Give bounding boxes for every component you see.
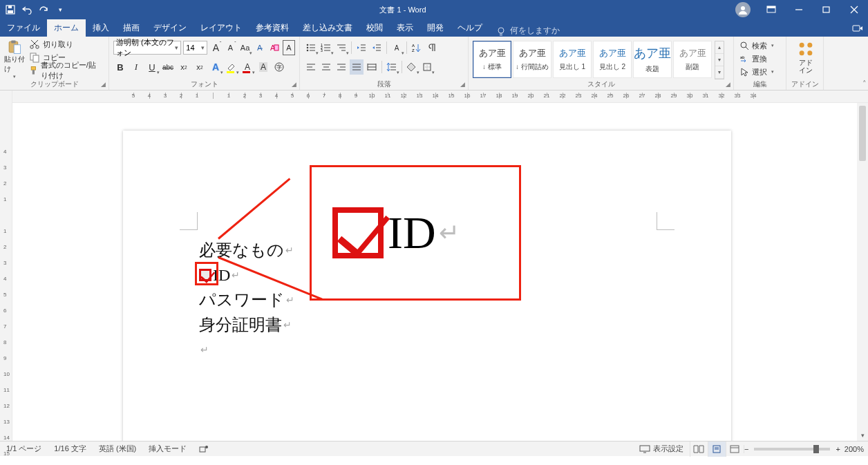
text-effects-button[interactable]: A▾ [209,59,223,75]
style-normal[interactable]: あア亜↓ 標準 [473,41,511,78]
document-content[interactable]: 必要なもの↵ ID↵ パスワード↵ 身分証明書↵ ↵ [199,238,294,362]
char-shading-button[interactable]: A [256,59,270,75]
enclose-char-button[interactable]: 字 [272,59,286,75]
tell-me-search[interactable]: 何をしますか [489,25,567,37]
underline-button[interactable]: U▾ [145,59,159,75]
minimize-button[interactable] [785,0,813,19]
style-heading1[interactable]: あア亜見出し 1 [553,41,592,78]
para-dialog-launcher[interactable]: ◢ [458,80,466,88]
line-4[interactable]: 身分証明書↵ [199,312,294,337]
redo-button[interactable] [36,2,51,17]
highlight-button[interactable]: ▾ [225,59,238,75]
char-border-button[interactable]: A [283,40,295,55]
zoom-percent[interactable]: 200% [840,445,868,453]
horizontal-ruler[interactable]: 5432112345678910111213141516171819202122… [12,91,868,103]
cut-button[interactable]: 切り取り [28,38,104,50]
tab-file[interactable]: ファイル [0,19,47,37]
justify-button[interactable] [350,59,364,75]
tab-draw[interactable]: 描画 [116,19,147,37]
tab-mailings[interactable]: 差し込み文書 [296,19,359,37]
replace-button[interactable]: ab置換 [738,53,782,65]
zoom-out-button[interactable]: − [744,445,748,453]
paste-button[interactable]: 貼り付け ▾ [4,38,25,79]
bullets-button[interactable]: ▾ [304,40,318,55]
bold-button[interactable]: B [113,59,127,75]
qat-customize-button[interactable]: ▾ [53,2,68,17]
borders-button[interactable]: ▾ [420,59,434,75]
strike-button[interactable]: abc [161,59,175,75]
distribute-button[interactable] [365,59,379,75]
tab-references[interactable]: 参考資料 [249,19,296,37]
styles-dialog-launcher[interactable]: ◢ [724,80,732,88]
zoom-slider[interactable] [754,448,830,450]
tab-review[interactable]: 校閲 [359,19,390,37]
align-right-button[interactable] [334,59,348,75]
addin-button[interactable]: アド イン [791,38,821,74]
styles-scroll[interactable]: ▴▾▾ [715,41,724,79]
collapse-ribbon-button[interactable]: ˄ [862,79,867,88]
find-button[interactable]: 検索▾ [738,39,782,52]
line-3[interactable]: パスワード↵ [199,287,294,312]
numbering-button[interactable]: 123▾ [319,40,333,55]
vertical-ruler[interactable]: 4321123456789101112131415 [0,91,12,441]
macro-recorder-button[interactable] [193,445,215,453]
phonetic-guide-button[interactable]: A̶ [254,40,266,55]
undo-button[interactable] [19,2,35,17]
align-left-button[interactable] [304,59,318,75]
save-button[interactable] [3,2,18,17]
increase-indent-button[interactable] [370,40,384,55]
maximize-button[interactable] [813,0,840,19]
multilevel-button[interactable]: ▾ [334,40,348,55]
select-button[interactable]: 選択▾ [738,66,782,78]
font-name-combo[interactable]: 游明朝 (本文のフォン [113,41,181,55]
share-button[interactable] [847,19,868,37]
status-lang[interactable]: 英語 (米国) [93,444,142,454]
tab-layout[interactable]: レイアウト [194,19,249,37]
ribbon-display-button[interactable] [757,0,785,19]
print-layout-button[interactable] [708,442,726,457]
close-button[interactable] [840,0,868,19]
display-settings-button[interactable]: 表示設定 [633,444,690,454]
tab-developer[interactable]: 開発 [420,19,451,37]
format-painter-button[interactable]: 書式のコピー/貼り付け [28,64,104,77]
clipboard-dialog-launcher[interactable]: ◢ [99,80,107,88]
tab-view[interactable]: 表示 [390,19,420,37]
italic-button[interactable]: I [129,59,143,75]
style-heading2[interactable]: あア亜見出し 2 [593,41,632,78]
font-color-button[interactable]: A▾ [240,59,254,75]
tab-insert[interactable]: 挿入 [86,19,116,37]
sort-button[interactable]: AZ [410,40,424,55]
align-center-button[interactable] [319,59,333,75]
style-subtitle[interactable]: あア亜副題 [673,41,712,78]
style-title[interactable]: あア亜表題 [633,41,672,78]
font-dialog-launcher[interactable]: ◢ [290,80,298,88]
document-canvas[interactable]: 必要なもの↵ ID↵ パスワード↵ 身分証明書↵ ↵ ID ↵ [12,103,857,441]
shading-button[interactable]: ▾ [405,59,419,75]
status-mode[interactable]: 挿入モード [142,444,193,454]
line-1[interactable]: 必要なもの↵ [199,238,294,263]
scroll-thumb[interactable] [859,106,866,161]
grow-font-button[interactable]: Aˆ [209,40,222,55]
line-spacing-button[interactable]: ▾ [385,59,399,75]
decrease-indent-button[interactable] [355,40,368,55]
tab-help[interactable]: ヘルプ [451,19,489,37]
tab-design[interactable]: デザイン [147,19,194,37]
status-words[interactable]: 1/16 文字 [48,444,92,454]
read-mode-button[interactable] [690,442,708,457]
asian-layout-button[interactable]: A▾ [390,40,404,55]
font-size-combo[interactable]: 14 [183,41,207,55]
subscript-button[interactable]: x2 [177,59,191,75]
zoom-slider-knob[interactable] [813,445,819,453]
shrink-font-button[interactable]: Aˇ [224,40,236,55]
scroll-down-button[interactable]: ▾ [857,430,868,441]
clear-format-button[interactable]: A [268,40,281,55]
line-5[interactable]: ↵ [199,337,294,362]
change-case-button[interactable]: Aa▾ [239,40,252,55]
web-layout-button[interactable] [726,442,744,457]
tab-home[interactable]: ホーム [47,19,86,37]
superscript-button[interactable]: x2 [193,59,207,75]
show-marks-button[interactable] [425,40,439,55]
style-nospacing[interactable]: あア亜↓ 行間詰め [513,41,551,78]
vertical-scrollbar[interactable]: ▴ ▾ [857,103,868,441]
user-avatar[interactable] [735,2,751,17]
